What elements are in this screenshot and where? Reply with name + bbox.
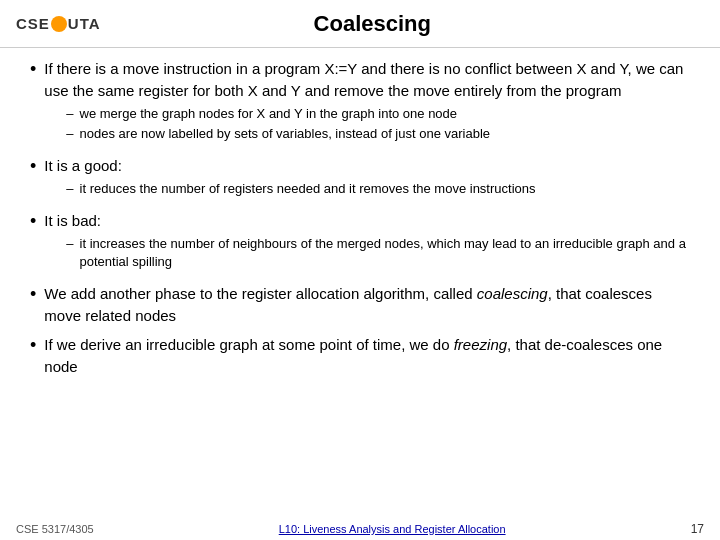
- sub-bullet-1-2-text: nodes are now labelled by sets of variab…: [80, 125, 490, 143]
- bullet-3-text: It is bad:: [44, 212, 101, 229]
- logo-uta-text: UTA: [68, 15, 101, 32]
- footer-course: CSE 5317/4305: [16, 523, 94, 535]
- logo-cse-text: CSE: [16, 15, 50, 32]
- dash-3-1: –: [66, 235, 73, 253]
- bullet-dot-5: •: [30, 335, 36, 356]
- sub-bullet-3-1: – it increases the number of neighbours …: [66, 235, 690, 271]
- logo: CSE UTA: [16, 15, 101, 32]
- sub-bullet-1-1: – we merge the graph nodes for X and Y i…: [66, 105, 690, 123]
- bullet-1-text: If there is a move instruction in a prog…: [44, 60, 683, 99]
- sub-bullet-2-1: – it reduces the number of registers nee…: [66, 180, 535, 198]
- dash-1-1: –: [66, 105, 73, 123]
- bullet-dot-3: •: [30, 211, 36, 232]
- bullet-5: • If we derive an irreducible graph at s…: [30, 334, 690, 378]
- dash-2-1: –: [66, 180, 73, 198]
- slide: CSE UTA Coalescing • If there is a move …: [0, 0, 720, 540]
- bullet-4: • We add another phase to the register a…: [30, 283, 690, 327]
- dash-1-2: –: [66, 125, 73, 143]
- bullet-4-text: We add another phase to the register all…: [44, 285, 652, 324]
- slide-title: Coalescing: [101, 11, 644, 37]
- bullet-3: • It is bad: – it increases the number o…: [30, 210, 690, 275]
- bullet-dot-2: •: [30, 156, 36, 177]
- bullet-dot-1: •: [30, 59, 36, 80]
- footer-page-number: 17: [691, 522, 704, 536]
- slide-footer: CSE 5317/4305 L10: Liveness Analysis and…: [0, 518, 720, 540]
- bullet-5-text: If we derive an irreducible graph at som…: [44, 336, 662, 375]
- sub-bullets-1: – we merge the graph nodes for X and Y i…: [66, 105, 690, 143]
- sub-bullet-2-1-text: it reduces the number of registers neede…: [80, 180, 536, 198]
- slide-content: • If there is a move instruction in a pr…: [0, 48, 720, 518]
- slide-header: CSE UTA Coalescing: [0, 0, 720, 48]
- bullet-2-text: It is a good:: [44, 157, 122, 174]
- bullet-dot-4: •: [30, 284, 36, 305]
- italic-freezing: freezing: [454, 336, 507, 353]
- footer-link[interactable]: L10: Liveness Analysis and Register Allo…: [279, 523, 506, 535]
- sub-bullets-2: – it reduces the number of registers nee…: [66, 180, 535, 198]
- bullet-1: • If there is a move instruction in a pr…: [30, 58, 690, 147]
- logo-circle-icon: [51, 16, 67, 32]
- sub-bullet-3-1-text: it increases the number of neighbours of…: [80, 235, 690, 271]
- italic-coalescing: coalescing: [477, 285, 548, 302]
- bullet-2: • It is a good: – it reduces the number …: [30, 155, 690, 202]
- sub-bullet-1-2: – nodes are now labelled by sets of vari…: [66, 125, 690, 143]
- sub-bullet-1-1-text: we merge the graph nodes for X and Y in …: [80, 105, 458, 123]
- sub-bullets-3: – it increases the number of neighbours …: [66, 235, 690, 271]
